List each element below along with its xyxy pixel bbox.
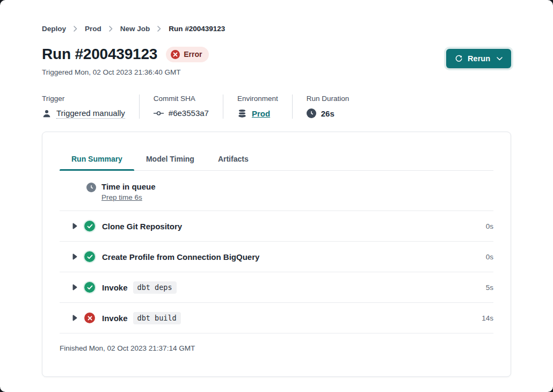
caret-right-icon[interactable]: [72, 284, 77, 291]
step-title: Clone Git Repository: [102, 222, 182, 231]
breadcrumb-new-job[interactable]: New Job: [120, 25, 150, 33]
step-duration: 0s: [486, 222, 493, 230]
chevron-down-icon: [497, 57, 503, 61]
tab-model-timing[interactable]: Model Timing: [134, 148, 206, 170]
caret-right-icon[interactable]: [72, 253, 77, 260]
meta-run-duration: Run Duration 26s: [307, 95, 363, 119]
step-title: Invoke: [102, 314, 128, 323]
step-row-create-profile[interactable]: Create Profile from Connection BigQuery …: [60, 241, 493, 272]
meta-trigger-label: Trigger: [42, 95, 125, 103]
rerun-button[interactable]: Rerun: [446, 49, 511, 68]
step-row-dbt-build[interactable]: Invoke dbt build 14s: [60, 302, 493, 333]
meta-duration-label: Run Duration: [307, 95, 350, 103]
tab-artifacts[interactable]: Artifacts: [206, 148, 260, 170]
command-chip: dbt deps: [133, 281, 177, 294]
time-in-queue-row[interactable]: Time in queue Prep time 6s: [60, 171, 493, 210]
error-circle-icon: [84, 313, 95, 323]
clock-icon: [86, 183, 96, 192]
breadcrumb: Deploy Prod New Job Run #200439123: [42, 25, 511, 33]
database-icon: [237, 108, 247, 118]
run-summary-card: Run Summary Model Timing Artifacts Time …: [42, 132, 511, 377]
chevron-right-icon: [74, 26, 77, 32]
run-meta-strip: Trigger Triggered manually Commit SHA #6…: [42, 95, 511, 119]
run-detail-page: Deploy Prod New Job Run #200439123 Run #…: [0, 0, 553, 377]
meta-commit-label: Commit SHA: [154, 95, 209, 103]
error-circle-icon: [171, 50, 180, 59]
step-duration: 5s: [486, 284, 493, 292]
command-chip: dbt build: [133, 312, 181, 324]
chevron-right-icon: [109, 26, 113, 32]
trigger-value[interactable]: Triggered manually: [56, 108, 125, 119]
meta-commit-sha: Commit SHA #6e3553a7: [154, 95, 223, 119]
run-duration-value: 26s: [321, 109, 334, 118]
git-commit-icon: [154, 109, 164, 118]
breadcrumb-current-run: Run #200439123: [169, 25, 225, 33]
success-check-icon: [84, 251, 95, 262]
caret-right-icon[interactable]: [72, 223, 77, 229]
tab-bar: Run Summary Model Timing Artifacts: [60, 132, 493, 171]
breadcrumb-prod[interactable]: Prod: [85, 25, 101, 33]
step-title: Create Profile from Connection BigQuery: [102, 252, 259, 262]
triggered-timestamp: Triggered Mon, 02 Oct 2023 21:36:40 GMT: [42, 68, 209, 76]
commit-sha-value: #6e3553a7: [169, 108, 209, 118]
step-row-dbt-deps[interactable]: Invoke dbt deps 5s: [60, 272, 493, 302]
chevron-right-icon: [157, 26, 161, 32]
success-check-icon: [84, 221, 95, 231]
status-badge: Error: [166, 47, 209, 62]
finished-timestamp: Finished Mon, 02 Oct 2023 21:37:14 GMT: [60, 333, 493, 363]
tab-run-summary[interactable]: Run Summary: [60, 148, 134, 170]
step-title: Invoke: [102, 283, 128, 292]
status-badge-label: Error: [184, 50, 202, 59]
queue-title: Time in queue: [101, 182, 156, 191]
breadcrumb-deploy[interactable]: Deploy: [42, 25, 66, 33]
rerun-button-label: Rerun: [468, 54, 490, 63]
step-duration: 0s: [486, 253, 493, 261]
success-check-icon: [84, 282, 95, 293]
step-duration: 14s: [482, 314, 493, 322]
page-header: Run #200439123 Error Triggered Mon, 02 O…: [42, 46, 511, 76]
meta-environment-label: Environment: [237, 95, 278, 103]
caret-right-icon[interactable]: [72, 315, 77, 321]
meta-environment: Environment Prod: [237, 95, 293, 119]
prep-time-link[interactable]: Prep time 6s: [101, 193, 156, 201]
person-icon: [42, 109, 52, 119]
step-row-clone-git[interactable]: Clone Git Repository 0s: [60, 210, 493, 241]
page-title: Run #200439123: [42, 46, 157, 63]
refresh-icon: [455, 55, 463, 63]
meta-trigger: Trigger Triggered manually: [42, 95, 140, 119]
clock-icon: [307, 108, 316, 118]
environment-link[interactable]: Prod: [252, 109, 270, 118]
